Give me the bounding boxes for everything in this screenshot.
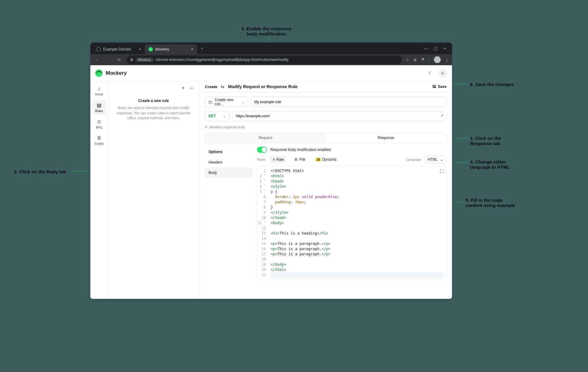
add-rule-button[interactable]: ＋: [181, 85, 186, 91]
chevron-down-icon: ⌄: [440, 157, 443, 162]
back-icon[interactable]: ←: [93, 58, 101, 62]
rail-apis[interactable]: ≣APIs: [92, 116, 106, 132]
panel-desc: Rules are used to intercept requests and…: [113, 105, 194, 121]
url-field[interactable]: [236, 114, 443, 118]
rule-name-field[interactable]: [254, 100, 443, 104]
mockery-logo-icon: [95, 70, 103, 77]
window-controls: — ▢ ×: [424, 46, 450, 51]
browser-tab-mockery[interactable]: Mockery ×: [145, 44, 197, 54]
rules-icon: ▤: [92, 102, 106, 108]
subnav-headers[interactable]: Headers: [205, 157, 253, 167]
rule-status: ✓ Modifies response body: [205, 125, 447, 129]
reload-icon[interactable]: ⟳: [115, 58, 123, 62]
mode-dynamic[interactable]: JSDynamic: [313, 156, 340, 163]
brand-name: Mockery: [106, 70, 127, 76]
rail-rules[interactable]: ▤Rules: [92, 100, 106, 115]
chevron-down-icon: ⌄: [241, 100, 244, 104]
main-content: 🗀 Create new coll... ⌄ GET ⌄: [199, 92, 452, 284]
tab-title: Example Domain: [103, 47, 131, 51]
mode-file[interactable]: 🗎File: [291, 156, 308, 163]
url-suffix: .*: [441, 114, 443, 118]
save-button[interactable]: 🖫 Save: [432, 85, 447, 89]
annotation-2: 2. Click on the Body tab: [14, 169, 66, 174]
moon-icon: ☾: [428, 71, 432, 75]
language-value: HTML: [428, 157, 438, 162]
extensions-icon[interactable]: ⊕: [413, 58, 417, 62]
annotation-6: 6. Save the changes: [470, 82, 514, 87]
forward-icon[interactable]: →: [104, 58, 112, 62]
rule-name-input[interactable]: [251, 97, 447, 107]
profile-avatar[interactable]: [434, 56, 441, 63]
method-select[interactable]: GET ⌄: [205, 111, 229, 121]
rail-scripts[interactable]: 🗎Scripts: [92, 133, 106, 148]
browser-window: Example Domain × Mockery × ＋ — ▢ × ← → ⟳…: [90, 43, 452, 299]
method-value: GET: [208, 114, 216, 118]
mode-raw[interactable]: ≡Raw: [270, 156, 287, 163]
rules-list-panel: ＋ ⋯ Create a new rule Rules are used to …: [108, 81, 199, 299]
create-label: Create: [205, 85, 217, 89]
language-label: Language: [406, 158, 421, 161]
kebab-icon[interactable]: ⋮: [445, 58, 449, 62]
body-modification-toggle[interactable]: [257, 147, 267, 153]
save-label: Save: [438, 85, 447, 89]
annotation-4: 4. Change editor language to HTML: [470, 159, 510, 170]
collection-value: Create new coll...: [215, 98, 239, 106]
browser-addressbar: ← → ⟳ ⊞ Mockery chrome-extension://nomdg…: [90, 54, 452, 65]
user-icon: ☺: [440, 71, 444, 75]
app-brand[interactable]: Mockery: [95, 70, 127, 77]
panel-title: Create a new rule: [113, 99, 194, 103]
body-panel: Response body modification enabled Mode …: [253, 147, 447, 280]
reqres-tabs: Request Response: [205, 133, 447, 143]
extension-icon: ⊞: [130, 58, 133, 62]
rail-label: APIs: [96, 126, 102, 129]
url-input[interactable]: .*: [232, 111, 447, 121]
response-subnav: Options Headers Body: [205, 147, 253, 280]
sidebar-rail: ⌂Home ▤Rules ≣APIs 🗎Scripts: [90, 81, 108, 299]
close-icon[interactable]: ×: [191, 47, 193, 51]
url-chip: Mockery: [136, 58, 153, 62]
star-icon[interactable]: ☆: [405, 58, 409, 62]
js-icon: JS: [316, 158, 321, 161]
minimize-icon[interactable]: —: [424, 46, 428, 51]
tab-title: Mockery: [155, 47, 169, 51]
annotation-3: 3. Enable the response body modification: [241, 26, 291, 37]
puzzle-icon[interactable]: ⧩: [421, 57, 424, 62]
raw-icon: ≡: [273, 157, 275, 162]
maximize-icon[interactable]: ▢: [434, 46, 437, 51]
toggle-label: Response body modification enabled: [270, 148, 331, 152]
browser-tabstrip: Example Domain × Mockery × ＋ — ▢ ×: [90, 43, 452, 54]
mode-selector: Mode ≡Raw 🗎File JSDynamic Language HTML …: [257, 156, 447, 163]
omnibox[interactable]: ⊞ Mockery chrome-extension://nomdggeiane…: [126, 55, 402, 64]
url-text: chrome-extension://nomdggeianenljimggomp…: [156, 58, 289, 62]
app-header: Mockery ☾ ☺: [90, 65, 452, 81]
chevron-down-icon: ⌄: [223, 114, 226, 118]
new-tab-button[interactable]: ＋: [197, 46, 207, 51]
theme-toggle-button[interactable]: ☾: [426, 69, 435, 78]
language-select[interactable]: HTML ⌄: [424, 156, 447, 163]
account-button[interactable]: ☺: [438, 69, 447, 78]
rail-home[interactable]: ⌂Home: [92, 84, 106, 99]
apis-icon: ≣: [92, 119, 106, 125]
more-icon[interactable]: ⋯: [189, 85, 194, 91]
subnav-options[interactable]: Options: [205, 147, 253, 157]
mode-label: Mode: [257, 158, 266, 161]
subnav-body[interactable]: Body: [205, 167, 253, 178]
annotation-5: 5. Fill in the page content using exampl…: [466, 197, 515, 208]
file-icon: 🗎: [294, 157, 298, 162]
body-toggle-row: Response body modification enabled: [257, 147, 447, 153]
collection-select[interactable]: 🗀 Create new coll... ⌄: [205, 97, 248, 107]
save-icon: 🖫: [432, 85, 436, 89]
editor-code[interactable]: <!DOCTYPE html><html><head><style>p { bo…: [268, 167, 446, 279]
main-panel: Create ⇆ Modify Request or Response Rule…: [199, 81, 452, 299]
expand-icon[interactable]: ⛶: [440, 169, 444, 173]
close-icon[interactable]: ×: [139, 47, 141, 51]
code-editor[interactable]: ⛶ 12 ˅3 ˅4 ˅5 ˅67891011 ˅121314151617181…: [257, 166, 447, 280]
main-toolbar: Create ⇆ Modify Request or Response Rule…: [199, 81, 452, 92]
home-icon: ⌂: [92, 86, 106, 92]
status-text: Modifies response body: [209, 125, 245, 129]
tab-request[interactable]: Request: [205, 133, 326, 143]
close-window-icon[interactable]: ×: [443, 46, 446, 51]
tab-response[interactable]: Response: [326, 133, 447, 143]
app-shell: Mockery ☾ ☺ ⌂Home ▤Rules ≣APIs 🗎Scripts …: [90, 65, 452, 299]
browser-tab-example[interactable]: Example Domain ×: [93, 44, 145, 54]
